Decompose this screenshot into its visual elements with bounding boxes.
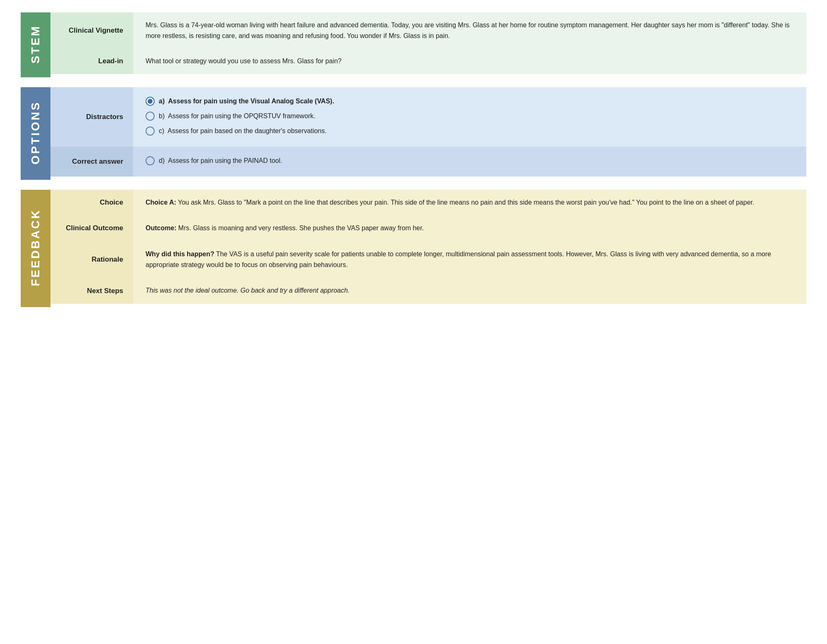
choice-bold: Choice A: xyxy=(146,199,176,206)
next-steps-italic: This was not the ideal outcome. Go back … xyxy=(146,287,350,294)
clinical-outcome-rest: Mrs. Glass is moaning and very restless.… xyxy=(177,224,424,231)
lead-in-text: What tool or strategy would you use to a… xyxy=(133,48,806,74)
options-section-label: OPTIONS xyxy=(29,101,42,165)
choice-d-text: d) Assess for pain using the PAINAD tool… xyxy=(159,154,282,167)
choice-a-option[interactable]: a) Assess for pain using the Visual Anal… xyxy=(146,95,794,108)
feedback-label-cell: FEEDBACK xyxy=(21,190,50,307)
radio-d[interactable] xyxy=(146,156,155,165)
rationale-text: Why did this happen? The VAS is a useful… xyxy=(133,241,806,278)
choice-d-option[interactable]: d) Assess for pain using the PAINAD tool… xyxy=(146,154,794,167)
choice-a-text: a) Assess for pain using the Visual Anal… xyxy=(159,95,334,108)
clinical-outcome-label: Clinical Outcome xyxy=(50,215,133,241)
clinical-vignette-label: Clinical Vignette xyxy=(50,12,133,48)
feedback-section: FEEDBACK Choice Choice A: You ask Mrs. G… xyxy=(21,190,806,307)
options-label-cell: OPTIONS xyxy=(21,87,50,180)
correct-answer-label: Correct answer xyxy=(50,147,133,177)
choice-b-option[interactable]: b) Assess for pain using the OPQRSTUV fr… xyxy=(146,110,794,123)
choice-bold-text: Choice A: xyxy=(146,199,176,206)
feedback-section-label: FEEDBACK xyxy=(29,209,42,286)
choice-c-option[interactable]: c) Assess for pain based on the daughter… xyxy=(146,124,794,138)
choice-rest-text: You ask Mrs. Glass to "Mark a point on t… xyxy=(176,199,754,206)
gap-options-feedback xyxy=(21,180,806,190)
choice-feedback-text: Choice A: You ask Mrs. Glass to "Mark a … xyxy=(133,190,806,215)
stem-label-cell: STEM xyxy=(21,12,50,77)
clinical-vignette-text: Mrs. Glass is a 74-year-old woman living… xyxy=(133,12,806,48)
radio-c[interactable] xyxy=(146,126,155,136)
distractors-content: a) Assess for pain using the Visual Anal… xyxy=(133,87,806,147)
main-layout: STEM Clinical Vignette Mrs. Glass is a 7… xyxy=(21,12,806,307)
rationale-label: Rationale xyxy=(50,241,133,278)
stem-section: STEM Clinical Vignette Mrs. Glass is a 7… xyxy=(21,12,806,77)
next-steps-label: Next Steps xyxy=(50,278,133,303)
choice-c-text: c) Assess for pain based on the daughter… xyxy=(159,124,327,138)
choice-label: Choice xyxy=(50,190,133,215)
distractors-label: Distractors xyxy=(50,87,133,147)
radio-a[interactable] xyxy=(146,97,155,106)
lead-in-label: Lead-in xyxy=(50,48,133,74)
clinical-outcome-bold: Outcome: xyxy=(146,224,177,231)
stem-section-label: STEM xyxy=(29,25,42,64)
rationale-bold: Why did this happen? xyxy=(146,250,214,258)
choice-a-bold: a) Assess for pain using the Visual Anal… xyxy=(159,98,334,105)
choice-b-text: b) Assess for pain using the OPQRSTUV fr… xyxy=(159,110,316,123)
correct-answer-content: d) Assess for pain using the PAINAD tool… xyxy=(133,147,806,177)
gap-stem-options xyxy=(21,77,806,87)
next-steps-text: This was not the ideal outcome. Go back … xyxy=(133,278,806,303)
radio-b[interactable] xyxy=(146,112,155,121)
clinical-outcome-text: Outcome: Mrs. Glass is moaning and very … xyxy=(133,215,806,241)
rationale-rest: The VAS is a useful pain severity scale … xyxy=(146,250,771,268)
options-section: OPTIONS Distractors a) Assess for pain u… xyxy=(21,87,806,180)
